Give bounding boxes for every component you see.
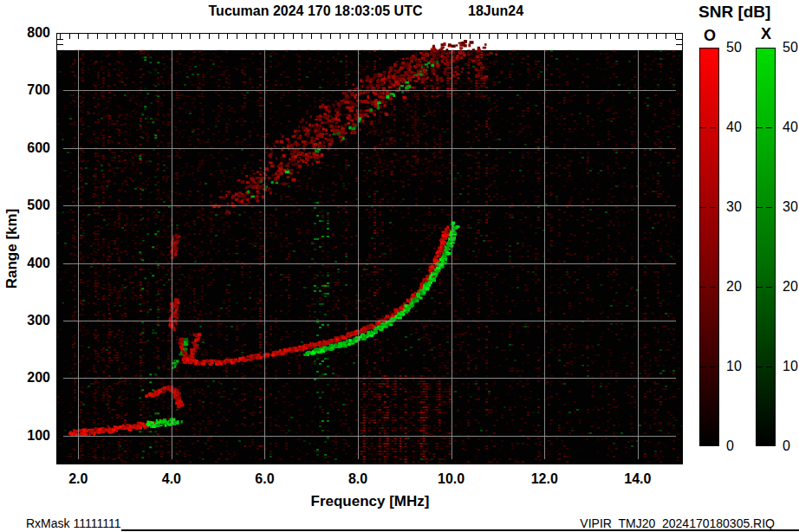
x-mode-label: X [756,25,776,43]
colorbar-tick-label: 10 [726,359,742,374]
y-tick-label: 800 [7,25,50,41]
x-colorbar [756,48,776,446]
x-tick-label: 14.0 [616,471,659,487]
colorbar-tick-dash [700,127,706,128]
x-tick-label: 10.0 [430,471,473,487]
x-tick-label: 8.0 [336,471,380,487]
x-tick-label: 12.0 [523,471,566,487]
y-tick-label: 100 [7,428,50,444]
filename-text: VIPIR TMJ20_2024170180305.RIQ [580,516,775,530]
x-tick-label: 6.0 [243,471,286,487]
colorbar-tick-label: 30 [783,199,798,215]
colorbar-tick-dash [700,287,706,288]
colorbar-tick-label: 0 [726,438,734,454]
colorbar-tick-dash [757,207,763,208]
bottom-divider [121,529,799,531]
x-axis-title: Frequency [MHz] [240,493,500,510]
colorbar-title: SNR [dB] [698,3,770,22]
colorbar-tick-label: 20 [783,279,798,295]
colorbar-tick-label: 20 [726,279,742,295]
colorbar-tick-dash [757,127,763,128]
plot-date: 18Jun24 [468,3,523,19]
y-tick-label: 200 [7,370,50,386]
colorbar-tick-dash [766,127,772,128]
colorbar-tick-label: 50 [726,40,742,55]
colorbar-tick-dash [700,367,706,367]
y-axis-title: Range [km] [3,209,21,289]
colorbar-tick-dash [757,287,763,288]
ionogram-page: Tucuman 2024 170 18:03:05 UTC 18Jun24 2.… [0,0,799,532]
colorbar-tick-dash [766,207,772,208]
y-tick-label: 600 [7,140,50,156]
y-tick-label: 700 [7,82,50,98]
x-tick-label: 4.0 [150,471,193,487]
colorbar-tick-dash [766,287,772,288]
colorbar-tick-dash [710,207,716,208]
colorbar-tick-label: 40 [783,120,798,135]
colorbar-tick-dash [710,367,716,367]
colorbar-tick-dash [757,367,763,367]
colorbar-tick-dash [710,127,716,128]
colorbar-tick-dash [700,207,706,208]
rxmask-text: RxMask 11111111 [26,516,120,530]
colorbar-tick-label: 50 [783,40,798,55]
colorbar-tick-label: 40 [726,120,742,135]
y-tick-label: 300 [7,313,50,328]
colorbar-tick-label: 0 [783,438,790,454]
colorbar-tick-dash [766,367,772,367]
colorbar-tick-label: 10 [783,359,798,374]
ionogram-heatmap [56,33,683,464]
o-mode-label: O [699,27,720,45]
colorbar-tick-label: 30 [726,199,742,215]
x-tick-label: 2.0 [56,471,100,487]
o-colorbar [699,48,719,446]
colorbar-tick-dash [710,287,716,288]
